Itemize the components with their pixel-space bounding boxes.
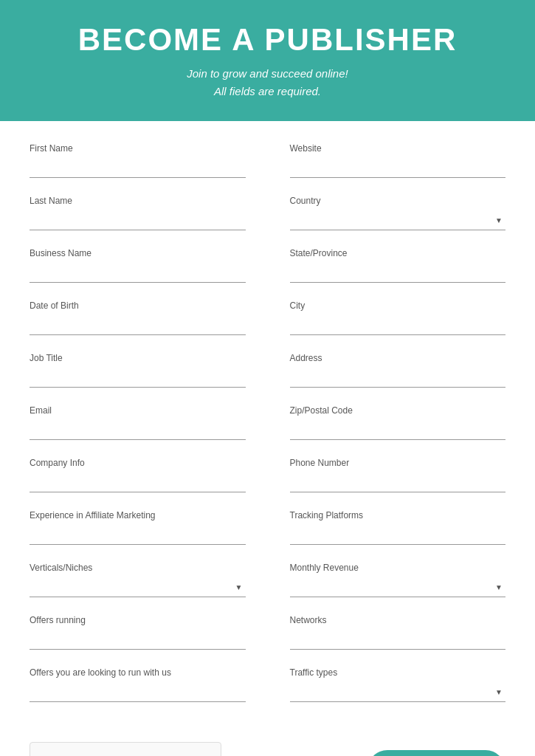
job-title-group: Job Title: [30, 353, 246, 388]
header: BECOME A PUBLISHER Join to grow and succ…: [0, 0, 535, 121]
company-info-input[interactable]: [30, 471, 246, 492]
last-name-input[interactable]: [30, 209, 246, 230]
dob-group: Date of Birth: [30, 300, 246, 335]
zip-input[interactable]: [290, 419, 506, 440]
tracking-platforms-label: Tracking Platforms: [290, 510, 506, 520]
website-group: Website: [290, 143, 506, 178]
verticals-label: Verticals/Niches: [30, 563, 246, 573]
monthly-revenue-select-wrapper: $0 - $1K $1K - $10K $10K - $50K $50K+: [290, 576, 506, 597]
verticals-select[interactable]: Finance Health Dating Gaming E-commerce …: [30, 576, 246, 597]
tracking-platforms-input[interactable]: [290, 523, 506, 545]
experience-input[interactable]: [30, 523, 246, 545]
offers-looking-label: Offers you are looking to run with us: [30, 667, 246, 678]
job-title-input[interactable]: [30, 366, 246, 388]
traffic-types-group: Traffic types SEO PPC Social Media Email…: [290, 667, 506, 702]
company-info-group: Company Info: [30, 458, 246, 492]
job-title-label: Job Title: [30, 353, 246, 363]
recaptcha-widget[interactable]: I'm not a robot ↺ reCAPTCHAPrivacy - Ter…: [30, 742, 221, 756]
monthly-revenue-select[interactable]: $0 - $1K $1K - $10K $10K - $50K $50K+: [290, 576, 506, 597]
phone-number-label: Phone Number: [290, 458, 506, 468]
last-name-label: Last Name: [30, 196, 246, 206]
form-footer: I'm not a robot ↺ reCAPTCHAPrivacy - Ter…: [30, 735, 505, 756]
monthly-revenue-label: Monthly Revenue: [290, 563, 506, 573]
state-province-group: State/Province: [290, 248, 506, 283]
recaptcha-icon: ↺: [182, 753, 196, 756]
verticals-select-wrapper: Finance Health Dating Gaming E-commerce …: [30, 576, 246, 597]
offers-looking-input[interactable]: [30, 681, 246, 702]
zip-group: Zip/Postal Code: [290, 405, 506, 440]
offers-running-input[interactable]: [30, 628, 246, 650]
state-province-label: State/Province: [290, 248, 506, 258]
city-group: City: [290, 300, 506, 335]
business-name-group: Business Name: [30, 248, 246, 283]
address-label: Address: [290, 353, 506, 363]
email-input[interactable]: [30, 419, 246, 440]
subtitle-line1: Join to grow and succeed online!: [15, 65, 520, 83]
networks-input[interactable]: [290, 628, 506, 650]
zip-label: Zip/Postal Code: [290, 405, 506, 416]
country-select-wrapper: United States Canada United Kingdom Aust…: [290, 209, 506, 230]
tracking-platforms-group: Tracking Platforms: [290, 510, 506, 545]
dob-input[interactable]: [30, 314, 246, 335]
first-name-input[interactable]: [30, 157, 246, 178]
city-label: City: [290, 300, 506, 311]
business-name-input[interactable]: [30, 261, 246, 283]
business-name-label: Business Name: [30, 248, 246, 258]
phone-number-group: Phone Number: [290, 458, 506, 492]
country-select[interactable]: United States Canada United Kingdom Aust…: [290, 209, 506, 230]
city-input[interactable]: [290, 314, 506, 335]
recaptcha-logo: ↺ reCAPTCHAPrivacy - Terms: [168, 753, 209, 756]
country-label: Country: [290, 196, 506, 206]
first-name-label: First Name: [30, 143, 246, 154]
dob-label: Date of Birth: [30, 300, 246, 311]
experience-group: Experience in Affiliate Marketing: [30, 510, 246, 545]
form-container: First Name Website Last Name Country Uni…: [0, 121, 535, 756]
offers-running-group: Offers running: [30, 615, 246, 650]
last-name-group: Last Name: [30, 196, 246, 230]
monthly-revenue-group: Monthly Revenue $0 - $1K $1K - $10K $10K…: [290, 563, 506, 597]
traffic-types-label: Traffic types: [290, 667, 506, 678]
offers-looking-group: Offers you are looking to run with us: [30, 667, 246, 702]
email-label: Email: [30, 405, 246, 416]
first-name-group: First Name: [30, 143, 246, 178]
verticals-group: Verticals/Niches Finance Health Dating G…: [30, 563, 246, 597]
networks-group: Networks: [290, 615, 506, 650]
form-grid: First Name Website Last Name Country Uni…: [30, 143, 505, 720]
networks-label: Networks: [290, 615, 506, 625]
page-title: BECOME A PUBLISHER: [15, 22, 520, 58]
subtitle-line2: All fields are required.: [15, 83, 520, 100]
country-group: Country United States Canada United King…: [290, 196, 506, 230]
offers-running-label: Offers running: [30, 615, 246, 625]
company-info-label: Company Info: [30, 458, 246, 468]
traffic-types-select-wrapper: SEO PPC Social Media Email Display Other: [290, 681, 506, 702]
experience-label: Experience in Affiliate Marketing: [30, 510, 246, 520]
address-group: Address: [290, 353, 506, 388]
traffic-types-select[interactable]: SEO PPC Social Media Email Display Other: [290, 681, 506, 702]
phone-number-input[interactable]: [290, 471, 506, 492]
submit-button[interactable]: SUBMIT: [367, 750, 505, 756]
website-input[interactable]: [290, 157, 506, 178]
website-label: Website: [290, 143, 506, 154]
address-input[interactable]: [290, 366, 506, 388]
state-province-input[interactable]: [290, 261, 506, 283]
email-group: Email: [30, 405, 246, 440]
